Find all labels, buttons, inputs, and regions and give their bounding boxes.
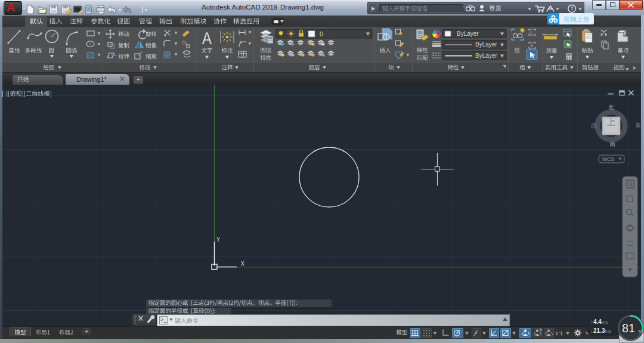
svg-text:81: 81 xyxy=(622,322,635,335)
svg-text:%: % xyxy=(638,329,643,335)
